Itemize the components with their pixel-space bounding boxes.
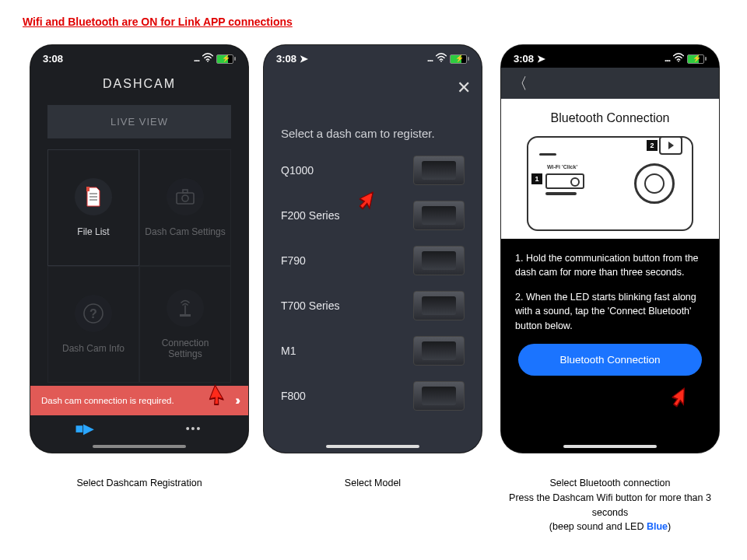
tile-label: Dash Cam Info [62, 343, 124, 354]
bluetooth-title: Bluetooth Connection [501, 111, 719, 125]
banner-text: Dash cam connection is required. [41, 396, 174, 405]
nav-more-tab[interactable]: ••• [139, 415, 248, 442]
signal-icon: .... [665, 54, 670, 63]
model-label: T700 Series [281, 299, 339, 312]
location-icon: ➤ [300, 53, 308, 65]
lens-illustration [634, 163, 675, 204]
svg-rect-2 [177, 193, 194, 204]
signal-icon: .... [194, 54, 199, 63]
model-list: Q1000 F200 Series F790 T700 Series M1 F8… [264, 148, 482, 418]
model-label: F800 [281, 390, 306, 402]
status-time: 3:08 [43, 53, 63, 65]
dashcam-diagram: 1 Wi-Fi 'Click' 2 [527, 136, 693, 231]
model-label: Q1000 [281, 164, 314, 177]
svg-point-8 [440, 61, 442, 62]
camera-settings-icon [167, 178, 204, 215]
instruction-step-2: 2. When the LED starts blinking fast alo… [515, 290, 705, 332]
svg-point-3 [182, 195, 188, 201]
info-icon: ? [75, 295, 112, 332]
wifi-icon [436, 53, 447, 65]
phone-screenshot-select-model: 3:08 ➤ .... ⚡ ✕ Select a dash cam to reg… [264, 45, 482, 453]
model-label: M1 [281, 345, 296, 357]
tile-label: Connection Settings [162, 338, 209, 359]
model-item[interactable]: F800 [273, 373, 472, 418]
sound-icon [659, 136, 682, 155]
caption-phone1: Select Dashcam Registration [76, 476, 202, 491]
status-time: 3:08 [276, 53, 296, 65]
location-icon: ➤ [537, 53, 545, 65]
model-label: F200 Series [281, 209, 339, 222]
model-item[interactable]: Q1000 [273, 148, 472, 193]
status-time: 3:08 [514, 53, 534, 65]
svg-rect-7 [180, 314, 191, 317]
nav-camera-tab[interactable]: ■▶ [30, 415, 139, 442]
callout-1: 1 [531, 173, 542, 184]
callout-2-sound: 2 [647, 136, 682, 155]
svg-rect-1 [86, 187, 89, 191]
chevron-right-icon: ›› [235, 394, 237, 408]
model-item[interactable]: T700 Series [273, 283, 472, 328]
home-indicator [93, 445, 186, 448]
status-bar: 3:08 ➤ .... ⚡ [501, 45, 719, 68]
status-bar: 3:08 .... ⚡ [30, 45, 248, 68]
battery-charging-icon: ⚡ [687, 54, 707, 64]
model-item[interactable]: F200 Series [273, 193, 472, 238]
model-item[interactable]: F790 [273, 238, 472, 283]
svg-point-9 [678, 61, 679, 62]
live-view-button[interactable]: LIVE VIEW [47, 105, 231, 138]
close-icon[interactable]: ✕ [457, 78, 471, 98]
bluetooth-connection-button[interactable]: Bluetooth Connection [518, 344, 702, 376]
tile-connection-settings[interactable]: Connection Settings [139, 266, 231, 383]
tile-label: File List [77, 226, 109, 237]
more-icon: ••• [186, 422, 202, 435]
model-thumb [413, 156, 465, 185]
model-thumb [413, 336, 465, 366]
status-bar: 3:08 ➤ .... ⚡ [264, 45, 482, 68]
battery-charging-icon: ⚡ [450, 54, 469, 64]
tile-dashcam-settings[interactable]: Dash Cam Settings [139, 149, 231, 266]
page-title: DASHCAM [30, 68, 248, 105]
home-indicator [326, 445, 419, 448]
tile-dashcam-info[interactable]: ? Dash Cam Info [47, 266, 139, 383]
model-thumb [413, 381, 465, 411]
model-thumb [413, 246, 465, 275]
caption-phone2: Select Model [345, 476, 401, 491]
nav-header: 〈 [501, 68, 719, 99]
signal-icon: .... [427, 54, 433, 63]
model-thumb [413, 291, 465, 320]
phone-screenshot-bluetooth-connection: 3:08 ➤ .... ⚡ 〈 Bluetooth Connection [501, 45, 719, 453]
headline-text: Wifi and Bluetooth are ON for Link APP c… [23, 16, 728, 28]
tile-label: Dash Cam Settings [145, 226, 225, 237]
phone-screenshot-dashcam-home: 3:08 .... ⚡ DASHCAM LIVE VIEW [30, 45, 248, 453]
caption-phone3: Select Bluetooth connection Press the Da… [497, 476, 723, 534]
camera-icon: ■▶ [75, 420, 95, 437]
home-indicator [563, 445, 657, 448]
wifi-icon [202, 53, 213, 65]
model-label: F790 [281, 254, 306, 267]
svg-point-0 [207, 61, 209, 62]
bottom-nav: ■▶ ••• [30, 415, 248, 442]
wifi-click-label: Wi-Fi 'Click' [547, 164, 577, 170]
battery-charging-icon: ⚡ [216, 54, 236, 64]
antenna-icon [167, 289, 204, 327]
connection-required-banner[interactable]: Dash cam connection is required. ›› [30, 386, 248, 415]
svg-text:?: ? [89, 307, 97, 320]
wifi-icon [673, 53, 684, 65]
file-list-icon [75, 178, 112, 215]
wifi-button-illustration [545, 173, 584, 189]
tile-file-list[interactable]: File List [47, 149, 139, 266]
instruction-step-1: 1. Hold the communication button from th… [515, 251, 705, 279]
back-icon[interactable]: 〈 [512, 73, 528, 94]
select-prompt: Select a dash cam to register. [264, 68, 482, 148]
model-item[interactable]: M1 [273, 328, 472, 373]
svg-rect-4 [183, 190, 188, 193]
model-thumb [413, 201, 465, 230]
